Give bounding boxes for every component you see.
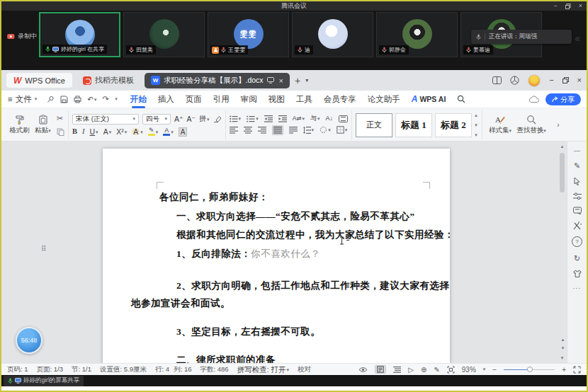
distribute-button[interactable] xyxy=(289,127,298,134)
tab-insert[interactable]: 插入 xyxy=(158,94,174,105)
find-replace-button[interactable]: 查找替换▾ xyxy=(514,115,548,135)
tab-member[interactable]: 会员专享 xyxy=(324,94,356,105)
tab-close-icon[interactable]: × xyxy=(278,76,283,85)
participant-tile-4[interactable]: 迪 xyxy=(292,12,373,57)
save-icon[interactable] xyxy=(60,96,68,103)
new-tab-button[interactable]: + xyxy=(295,76,300,86)
fullscreen-icon[interactable] xyxy=(573,366,581,374)
scroll-down-icon[interactable]: ▼ xyxy=(559,356,565,360)
chevron-down-icon[interactable]: ▾ xyxy=(94,97,97,102)
undo-icon[interactable]: ↶ xyxy=(87,96,94,103)
edit-pen-icon[interactable]: ✎ xyxy=(574,161,580,171)
styles-scroll-down-icon[interactable]: ▼ xyxy=(474,123,478,127)
zoom-in-button[interactable]: + xyxy=(562,366,566,374)
wps-ai-button[interactable]: A WPS AI xyxy=(412,94,446,104)
participant-tile-5[interactable]: 郭胖金 xyxy=(376,12,458,57)
style-heading1[interactable]: 标题 1 xyxy=(395,113,432,137)
number-list-button[interactable]: ▾ xyxy=(247,115,259,122)
tab-list-chevron[interactable]: ▾ xyxy=(305,78,308,83)
help-icon[interactable]: ? xyxy=(572,236,582,247)
align-center-button[interactable] xyxy=(244,127,252,134)
status-word-count[interactable]: 字数: 486 xyxy=(200,365,228,374)
paste-button[interactable]: 粘贴▾ xyxy=(31,115,55,135)
outline-view-icon[interactable] xyxy=(393,367,401,373)
search-icon[interactable] xyxy=(457,95,465,103)
qat-more-chevron[interactable]: ▾ xyxy=(115,96,118,102)
user-avatar[interactable] xyxy=(528,74,541,87)
text-direction-button[interactable]: A⇄▾ xyxy=(293,115,305,122)
char-spacing-button[interactable]: A▾ xyxy=(103,128,112,136)
tab-page[interactable]: 页面 xyxy=(186,94,202,105)
split-view-icon[interactable] xyxy=(492,76,502,84)
sync-icon[interactable]: ↻ xyxy=(574,254,580,263)
zoom-percent[interactable]: 93% xyxy=(462,366,476,374)
participant-tile-3[interactable]: 雯雯 王雯雯 xyxy=(208,12,289,57)
share-button[interactable]: 分享 xyxy=(545,93,581,105)
tab-tools[interactable]: 工具 xyxy=(296,94,312,105)
increase-indent-button[interactable] xyxy=(278,115,287,122)
sort-button[interactable]: A↓ xyxy=(325,115,333,122)
redo-icon[interactable]: ↷ xyxy=(103,94,110,104)
meeting-titlebar[interactable]: 腾讯会议 − × xyxy=(1,1,587,11)
status-spell-check[interactable]: 拼写检查: 打开▾ xyxy=(237,366,289,374)
wps-restore-button[interactable] xyxy=(562,77,569,83)
symbol-button[interactable]: 与▾ xyxy=(310,115,320,122)
line-spacing-button[interactable]: ▾ xyxy=(303,127,315,134)
style-normal[interactable]: 正文 xyxy=(356,113,392,137)
zoom-slider[interactable] xyxy=(504,366,555,373)
tab-docer-templates[interactable]: 找稻壳模板 xyxy=(77,73,140,88)
wps-close-button[interactable]: × xyxy=(577,76,582,84)
font-name-select[interactable]: 宋体 (正文) ▾ xyxy=(72,114,139,125)
align-right-button[interactable] xyxy=(258,127,266,134)
char-border-button[interactable]: A xyxy=(179,127,188,137)
bold-button[interactable]: B xyxy=(72,128,77,136)
wps-home-button[interactable]: W WPS Office xyxy=(6,73,72,88)
collapse-panel-icon[interactable]: — xyxy=(574,147,580,154)
align-left-button[interactable] xyxy=(230,127,238,134)
tab-document-active[interactable]: W 求职经验分享稿【展示】.docx × xyxy=(145,73,290,88)
cut-icon[interactable]: ✂ xyxy=(57,114,64,123)
font-color-button[interactable]: A▾ xyxy=(163,127,174,136)
zoom-out-button[interactable]: − xyxy=(492,366,497,374)
tab-reference[interactable]: 引用 xyxy=(213,94,230,105)
next-page-icon[interactable]: ▼ xyxy=(559,346,565,350)
properties-sliders-icon[interactable] xyxy=(573,192,582,200)
styles-scroll-up-icon[interactable]: ▲ xyxy=(474,113,478,117)
previous-page-icon[interactable]: ▲ xyxy=(559,338,565,342)
tab-paper-assistant[interactable]: 论文助手 xyxy=(368,94,400,105)
clear-format-icon[interactable] xyxy=(213,115,222,123)
comment-card-icon[interactable] xyxy=(573,207,582,214)
select-cursor-icon[interactable] xyxy=(573,177,581,185)
status-proofread[interactable]: 校对 xyxy=(298,365,311,374)
more-participants-icon[interactable]: « xyxy=(575,33,580,43)
char-shading-button[interactable]: A▾ xyxy=(132,128,143,136)
participant-tile-1[interactable]: 婷婷的girl 在共享 xyxy=(39,12,120,57)
styles-more-icon[interactable]: ▼ xyxy=(474,133,478,137)
format-painter-button[interactable]: 格式刷 xyxy=(8,115,31,135)
superscript-button[interactable]: X²▾ xyxy=(116,128,127,136)
ink-pen-icon[interactable]: ✎ xyxy=(434,366,439,374)
justify-button[interactable] xyxy=(272,125,283,135)
increase-font-button[interactable]: A⁺ xyxy=(174,115,183,123)
style-heading2[interactable]: 标题 2 xyxy=(435,113,472,137)
eye-icon[interactable] xyxy=(358,367,368,373)
tab-home[interactable]: 开始 xyxy=(130,94,147,105)
wps-minimize-button[interactable]: − xyxy=(549,76,553,84)
ribbon-expand-icon[interactable]: › xyxy=(552,110,565,139)
italic-button[interactable]: I xyxy=(82,128,85,136)
tab-view[interactable]: 视图 xyxy=(268,94,285,105)
status-page[interactable]: 页面: 1/3 xyxy=(37,365,64,374)
zoom-chevron-icon[interactable]: ▾ xyxy=(483,367,486,372)
underline-button[interactable]: U▾ xyxy=(90,128,98,136)
skin-icon[interactable] xyxy=(573,270,582,277)
zoom-knob[interactable] xyxy=(527,367,533,372)
bullet-list-button[interactable]: ▾ xyxy=(230,115,242,122)
read-mode-icon[interactable]: ▷ xyxy=(408,366,414,374)
paragraph-drag-handle[interactable]: ⠿ xyxy=(41,245,45,253)
web-view-icon[interactable]: ⊕ xyxy=(421,366,426,374)
vertical-scrollbar[interactable]: ▲ ▲ ▼ ▼ xyxy=(559,143,565,362)
pin-icon[interactable] xyxy=(47,96,55,103)
document-page[interactable]: 各位同仁，师弟师妹好： 一、求职方向选择——“安危不贰其志，险易不革其心” 根据… xyxy=(103,149,450,363)
participant-tile-2[interactable]: 田慧美 xyxy=(123,12,205,57)
toolbox-icon[interactable] xyxy=(573,221,582,230)
